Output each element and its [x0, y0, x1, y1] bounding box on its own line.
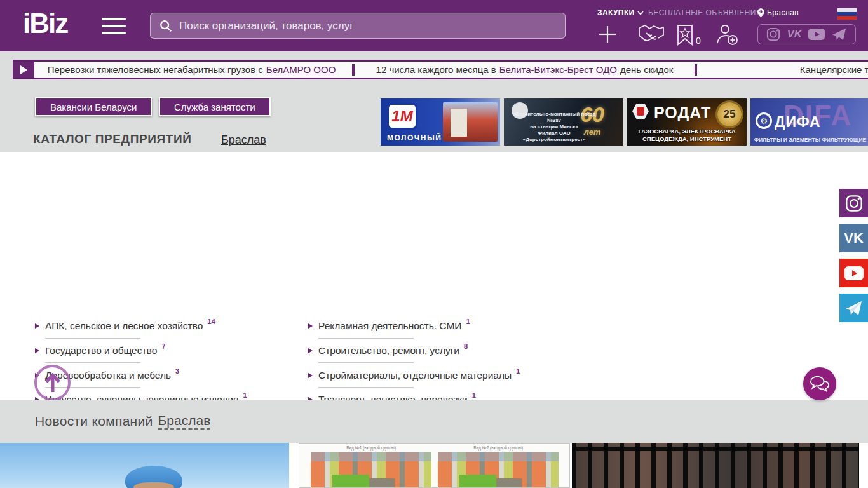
bookmark-star-icon [676, 24, 694, 46]
news-title: Новости компаний [35, 414, 153, 429]
ticker-play-button[interactable] [13, 62, 34, 78]
header: iBiz ЗАКУПКИ БЕСПЛАТНЫЕ ОБЪЯВЛЕНИЯ Брасл… [0, 0, 868, 51]
building-render-1 [311, 452, 431, 488]
arrow-up-icon [44, 373, 61, 393]
banner-caption: ГАЗОСВАРКА, ЭЛЕКТРОСВАРКАСПЕЦОДЕЖДА, ИНС… [627, 128, 747, 143]
ticker-text: 12 числа каждого месяца в [376, 64, 496, 75]
sidebar-telegram-button[interactable] [839, 294, 868, 322]
scroll-to-top-button[interactable] [34, 365, 71, 401]
category-construction[interactable]: Строительство, ремонт, услуги8 [308, 339, 575, 363]
banner-1m-logo: 1М [387, 103, 417, 130]
add-company-button[interactable] [597, 24, 618, 44]
category-count: 8 [464, 342, 468, 350]
ticker-text: Перевозки тяжеловесных негабаритных груз… [48, 64, 263, 75]
page: iBiz ЗАКУПКИ БЕСПЛАТНЫЕ ОБЪЯВЛЕНИЯ Брасл… [0, 0, 868, 488]
partners-button[interactable] [637, 24, 666, 46]
employment-button[interactable]: Служба занятости [159, 97, 271, 116]
ticker-link[interactable]: БелАМРО ООО [266, 64, 336, 75]
chat-widget-button[interactable] [803, 367, 836, 400]
category-building-materials[interactable]: Стройматериалы, отделочные материалы1 [308, 363, 575, 388]
banner-caption: ФИЛЬТРЫ И ЭЛЕМЕНТЫ ФИЛЬТРУЮЩИЕ [750, 137, 868, 143]
nav-purchases[interactable]: ЗАКУПКИ [597, 8, 646, 17]
category-apk[interactable]: АПК, сельское и лесное хозяйство14 [35, 314, 302, 339]
telegram-icon[interactable] [832, 27, 847, 41]
play-icon [20, 65, 27, 74]
catalog-city-link[interactable]: Браслав [221, 133, 266, 147]
sidebar-instagram-button[interactable] [839, 189, 868, 217]
ticker-text: день скидок [620, 64, 673, 75]
chat-bubbles-icon [809, 375, 831, 393]
instagram-icon[interactable] [766, 27, 780, 41]
news-image-portrait[interactable] [0, 443, 289, 488]
triangle-bullet-icon [35, 348, 39, 353]
banner-25-medal: 25 [717, 102, 742, 126]
news-images-row: Вид №1 (входной группы) Вид №2 (входной … [0, 443, 868, 488]
favorites-button[interactable]: 0 [676, 24, 701, 46]
fence-rail [572, 447, 859, 451]
vacancies-button[interactable]: Вакансии Беларуси [35, 97, 152, 116]
news-city-link[interactable]: Браслав [158, 413, 211, 430]
ticker-text: Канцелярские товары от [800, 64, 868, 75]
ticker-link[interactable]: Белита-Витэкс-Брест ОДО [499, 64, 617, 75]
gear-icon: ⚙ [756, 112, 772, 129]
category-government[interactable]: Государство и общество7 [35, 339, 302, 363]
news-image-building-render[interactable]: Вид №1 (входной группы) Вид №2 (входной … [299, 443, 570, 488]
logo[interactable]: iBiz [23, 8, 67, 39]
nav-free-ads-label: БЕСПЛАТНЫЕ ОБЪЯВЛЕНИЯ [648, 8, 762, 17]
user-add-icon [715, 24, 740, 46]
search-bar [150, 13, 566, 39]
category-count: 1 [243, 391, 247, 399]
search-input[interactable] [179, 20, 557, 32]
sidebar-youtube-button[interactable] [839, 259, 868, 287]
triangle-bullet-icon [35, 323, 39, 329]
youtube-icon[interactable] [808, 28, 825, 41]
news-section-header: Новости компаний Браслав [0, 400, 868, 443]
favorites-count: 0 [696, 36, 701, 46]
location-pin-icon [757, 8, 764, 17]
banner-caption: «Строительно-монтажный поезд №387на стан… [506, 111, 602, 143]
man-face-image [133, 482, 174, 488]
search-icon [159, 19, 173, 33]
youtube-icon [844, 266, 864, 280]
news-image-fence[interactable] [572, 443, 859, 488]
render-caption-1: Вид №1 (входной группы) [311, 445, 431, 450]
catalog-title: КАТАЛОГ ПРЕДПРИЯТИЙ [33, 132, 191, 146]
nav-purchases-label: ЗАКУПКИ [597, 8, 635, 17]
menu-icon[interactable] [102, 18, 126, 39]
banner-smp-387[interactable]: 60лет «Строительно-монтажный поезд №387н… [504, 98, 623, 146]
register-user-button[interactable] [715, 24, 740, 46]
category-count: 3 [175, 367, 179, 375]
category-woodworking[interactable]: Деревообработка и мебель3 [35, 363, 302, 388]
banner-building-image [443, 102, 498, 142]
plus-icon [597, 24, 618, 44]
triangle-bullet-icon [308, 323, 313, 329]
ticker-item: Перевозки тяжеловесных негабаритных груз… [34, 62, 352, 78]
banner-difa[interactable]: DIFA ⚙ ДИФА ФИЛЬТРЫ И ЭЛЕМЕНТЫ ФИЛЬТРУЮЩ… [750, 98, 868, 146]
render-caption-2: Вид №2 (входной группы) [438, 445, 559, 450]
category-count: 1 [472, 391, 476, 399]
category-advertising[interactable]: Рекламная деятельность. СМИ1 [308, 314, 575, 339]
banner-title: РОДАТ [654, 104, 711, 122]
triangle-bullet-icon [308, 348, 313, 353]
header-social-links: VK [757, 24, 856, 44]
language-flag-ru[interactable] [837, 8, 857, 20]
nav-city[interactable]: Браслав [755, 8, 799, 17]
news-ticker: Перевозки тяжеловесных негабаритных груз… [13, 60, 868, 79]
category-count: 7 [161, 342, 165, 350]
chevron-down-icon [637, 11, 644, 15]
banner-title: МОЛОЧНЫЙ [387, 133, 442, 142]
vk-icon[interactable]: VK [787, 28, 803, 41]
building-render-2 [438, 452, 559, 488]
category-count: 1 [516, 367, 520, 375]
banner-molochny[interactable]: 1М МОЛОЧНЫЙ [381, 98, 500, 146]
sidebar-vk-button[interactable]: VK [839, 224, 868, 252]
banner-strip: 1М МОЛОЧНЫЙ 60лет «Строительно-монтажный… [381, 98, 868, 146]
social-sidebar: VK [839, 189, 868, 322]
handshake-icon [637, 24, 666, 46]
nav-city-label: Браслав [767, 8, 799, 17]
category-count: 1 [466, 318, 470, 325]
nav-free-ads[interactable]: БЕСПЛАТНЫЕ ОБЪЯВЛЕНИЯ [648, 8, 762, 17]
banner-rodat[interactable]: РОДАТ 25 ГАЗОСВАРКА, ЭЛЕКТРОСВАРКАСПЕЦОД… [627, 98, 747, 146]
vk-icon: VK [844, 230, 864, 247]
category-count: 14 [207, 318, 215, 325]
